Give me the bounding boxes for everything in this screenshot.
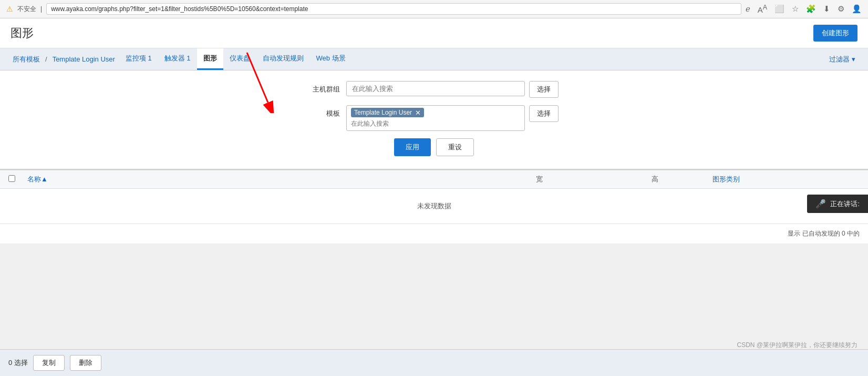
tab-triggers[interactable]: 触发器 1 [158, 48, 197, 70]
th-height: 高 [597, 175, 712, 184]
reset-button[interactable]: 重设 [436, 138, 474, 156]
template-input-wrap: Template Login User ✕ 选择 [346, 105, 559, 131]
table-section: 名称▲ 宽 高 图形类别 未发现数据 显示 已自动发现的 0 中的 [0, 170, 868, 243]
security-label: 不安全 [17, 5, 36, 14]
apply-button[interactable]: 应用 [394, 138, 431, 156]
breadcrumb-template-name[interactable]: Template Login User [48, 50, 119, 68]
create-graph-button[interactable]: 创建图形 [813, 25, 857, 42]
template-tag: Template Login User ✕ [351, 108, 424, 117]
url-bar[interactable]: www.ayaka.com/graphs.php?filter_set=1&fi… [46, 3, 741, 15]
mic-icon: 🎤 [815, 199, 826, 209]
select-all-checkbox[interactable] [8, 175, 15, 182]
table-empty-message: 未发现数据 [0, 189, 868, 224]
host-group-search-input[interactable] [346, 81, 525, 96]
filter-actions: 应用 重设 [21, 138, 847, 156]
nav-tabs: 所有模板 / Template Login User 监控项 1 触发器 1 图… [0, 48, 868, 70]
host-group-label: 主机群组 [309, 81, 346, 94]
download-icon: ⬇ [823, 4, 830, 14]
page-header: 图形 创建图形 [0, 18, 868, 48]
filter-panel: 主机群组 选择 模板 Template Login User ✕ 选择 应用 重… [0, 70, 868, 170]
tab-graphs[interactable]: 图形 [197, 48, 223, 70]
th-graphtype[interactable]: 图形类别 [712, 175, 860, 184]
template-tag-label: Template Login User [354, 109, 412, 116]
th-width: 宽 [481, 175, 597, 184]
tab-web-scenarios[interactable]: Web 场景 [310, 48, 352, 70]
settings-icon: ⚙ [838, 4, 844, 14]
chevron-icon: ▾ [852, 55, 855, 63]
browser-bar: ⚠ 不安全 | www.ayaka.com/graphs.php?filter_… [0, 0, 868, 18]
tab-discovery-rules[interactable]: 自动发现规则 [256, 48, 310, 70]
template-search-input[interactable] [351, 119, 520, 128]
table-header: 名称▲ 宽 高 图形类别 [0, 170, 868, 189]
host-group-filter-row: 主机群组 选择 [21, 81, 847, 98]
warning-icon: ⚠ [6, 5, 13, 13]
th-checkbox [8, 175, 27, 184]
template-select-button[interactable]: 选择 [529, 105, 559, 122]
host-group-select-button[interactable]: 选择 [529, 81, 559, 98]
puzzle-icon: 🧩 [806, 4, 816, 14]
table-footer: 显示 已自动发现的 0 中的 [0, 224, 868, 243]
browser-icons: ℯ AA ⬜ ☆ 🧩 ⬇ ⚙ 👤 [746, 4, 862, 14]
font-icon: AA [758, 4, 767, 14]
filter-label: 过滤器 [829, 55, 850, 64]
template-tag-remove[interactable]: ✕ [415, 109, 421, 116]
host-group-input-wrap: 选择 [346, 81, 559, 98]
url-separator: | [40, 5, 42, 13]
tab-dashboard[interactable]: 仪表盘 [223, 48, 256, 70]
template-tag-input[interactable]: Template Login User ✕ [346, 105, 525, 131]
speaking-label: 正在讲话: [830, 199, 860, 209]
th-name[interactable]: 名称▲ [27, 175, 481, 184]
template-label: 模板 [309, 105, 346, 118]
avatar: 👤 [852, 4, 862, 14]
breadcrumb-all-templates[interactable]: 所有模板 [8, 49, 44, 69]
filter-toggle[interactable]: 过滤器 ▾ [825, 49, 860, 69]
star-icon: ☆ [792, 4, 799, 14]
breadcrumb-separator: / [45, 55, 47, 63]
template-filter-row: 模板 Template Login User ✕ 选择 [21, 105, 847, 131]
speaking-panel: 🎤 正在讲话: [807, 195, 868, 213]
nav-tabs-left: 所有模板 / Template Login User 监控项 1 触发器 1 图… [8, 48, 352, 70]
ie-icon: ℯ [746, 4, 750, 14]
tab-monitor-items[interactable]: 监控项 1 [119, 48, 158, 70]
page-title: 图形 [11, 25, 34, 41]
print-icon: ⬜ [774, 4, 784, 14]
